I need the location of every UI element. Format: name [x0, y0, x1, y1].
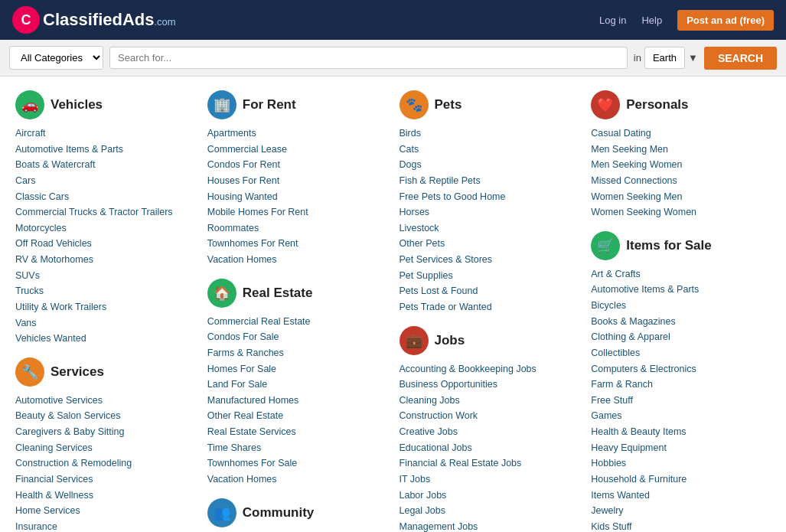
link-insurance[interactable]: Insurance [15, 519, 195, 532]
link-aircraft[interactable]: Aircraft [15, 126, 195, 142]
link-livestock[interactable]: Livestock [400, 220, 579, 237]
link-condos-rent[interactable]: Condos For Rent [207, 157, 387, 173]
link-vehicles-wanted[interactable]: Vehicles Wanted [15, 331, 195, 347]
link-boats[interactable]: Boats & Watercraft [15, 157, 195, 173]
link-cleaning-jobs[interactable]: Cleaning Jobs [400, 393, 579, 409]
link-fish-reptile[interactable]: Fish & Reptile Pets [400, 173, 579, 189]
link-commercial-lease[interactable]: Commercial Lease [207, 142, 387, 158]
link-construction[interactable]: Construction & Remodeling [15, 455, 195, 472]
link-pet-supplies[interactable]: Pet Supplies [400, 268, 579, 284]
post-ad-button[interactable]: Post an ad (free) [677, 10, 774, 31]
link-vacation-homes-rent[interactable]: Vacation Homes [207, 252, 387, 268]
list-item: Pets Trade or Wanted [400, 299, 579, 315]
link-land-sale[interactable]: Land For Sale [207, 377, 387, 393]
link-cleaning[interactable]: Cleaning Services [15, 440, 195, 456]
link-time-shares[interactable]: Time Shares [207, 440, 387, 456]
link-auto-items-sale[interactable]: Automotive Items & Parts [591, 282, 771, 298]
link-beauty-salon[interactable]: Beauty & Salon Services [15, 408, 195, 424]
link-bicycles[interactable]: Bicycles [591, 298, 771, 314]
link-townhomes-sale[interactable]: Townhomes For Sale [207, 455, 387, 472]
link-hobbies[interactable]: Hobbies [591, 455, 771, 472]
link-utility-trailers[interactable]: Utility & Work Trailers [15, 299, 195, 315]
link-other-re[interactable]: Other Real Estate [207, 408, 387, 424]
link-commercial-re[interactable]: Commercial Real Estate [207, 314, 387, 330]
link-books-magazines[interactable]: Books & Magazines [591, 314, 771, 330]
link-clothing[interactable]: Clothing & Apparel [591, 329, 771, 345]
link-rv[interactable]: RV & Motorhomes [15, 252, 195, 268]
link-women-seeking-women[interactable]: Women Seeking Women [591, 204, 771, 220]
link-cars[interactable]: Cars [15, 173, 195, 189]
link-farm-ranch[interactable]: Farm & Ranch [591, 377, 771, 393]
link-other-pets[interactable]: Other Pets [400, 236, 579, 252]
link-business-opps[interactable]: Business Opportunities [400, 377, 579, 393]
link-pets-lost[interactable]: Pets Lost & Found [400, 283, 579, 299]
link-dogs[interactable]: Dogs [400, 157, 579, 173]
link-pet-services[interactable]: Pet Services & Stores [400, 252, 579, 268]
link-townhomes-rent[interactable]: Townhomes For Rent [207, 236, 387, 252]
link-homes-sale[interactable]: Homes For Sale [207, 361, 387, 377]
link-missed-connections[interactable]: Missed Connections [591, 173, 771, 189]
link-condos-sale[interactable]: Condos For Sale [207, 329, 387, 345]
link-health-wellness[interactable]: Health & Wellness [15, 488, 195, 504]
link-manufactured-homes[interactable]: Manufactured Homes [207, 393, 387, 409]
link-houses-rent[interactable]: Houses For Rent [207, 173, 387, 189]
link-casual-dating[interactable]: Casual Dating [591, 126, 771, 142]
link-auto-parts[interactable]: Automotive Items & Parts [15, 142, 195, 158]
link-management-jobs[interactable]: Management Jobs [400, 519, 579, 532]
link-construction-work[interactable]: Construction Work [400, 408, 579, 424]
link-men-seeking-men[interactable]: Men Seeking Men [591, 142, 771, 158]
link-art-crafts[interactable]: Art & Crafts [591, 266, 771, 282]
link-classic-cars[interactable]: Classic Cars [15, 189, 195, 205]
link-items-wanted[interactable]: Items Wanted [591, 488, 771, 504]
link-jewelry[interactable]: Jewelry [591, 503, 771, 519]
link-heavy-equipment[interactable]: Heavy Equipment [591, 440, 771, 456]
search-input[interactable] [109, 47, 628, 69]
link-birds[interactable]: Birds [400, 126, 579, 142]
link-collectibles[interactable]: Collectibles [591, 345, 771, 361]
link-labor-jobs[interactable]: Labor Jobs [400, 488, 579, 504]
link-mobile-homes-rent[interactable]: Mobile Homes For Rent [207, 204, 387, 220]
link-it-jobs[interactable]: IT Jobs [400, 472, 579, 488]
link-health-beauty[interactable]: Health & Beauty Items [591, 424, 771, 440]
link-auto-services[interactable]: Automotive Services [15, 393, 195, 409]
search-button[interactable]: SEARCH [704, 47, 777, 70]
col-2: 🏢 For Rent Apartments Commercial Lease C… [201, 84, 393, 532]
link-pets-trade[interactable]: Pets Trade or Wanted [400, 299, 579, 315]
login-link[interactable]: Log in [599, 15, 626, 26]
category-select[interactable]: All Categories [9, 46, 103, 70]
list-item: Computers & Electronics [591, 361, 771, 377]
link-roommates[interactable]: Roommates [207, 220, 387, 237]
link-commercial-trucks[interactable]: Commercial Trucks & Tractor Trailers [15, 204, 195, 220]
link-men-seeking-women[interactable]: Men Seeking Women [591, 157, 771, 173]
link-free-stuff-sale[interactable]: Free Stuff [591, 393, 771, 409]
link-household-furniture[interactable]: Household & Furniture [591, 472, 771, 488]
link-horses[interactable]: Horses [400, 204, 579, 220]
link-re-services[interactable]: Real Estate Services [207, 424, 387, 440]
link-motorcycles[interactable]: Motorcycles [15, 220, 195, 237]
link-farms-ranches[interactable]: Farms & Ranches [207, 345, 387, 361]
link-housing-wanted[interactable]: Housing Wanted [207, 189, 387, 205]
link-free-pets[interactable]: Free Pets to Good Home [400, 189, 579, 205]
link-accounting-jobs[interactable]: Accounting & Bookkeeping Jobs [400, 361, 579, 377]
link-vacation-homes-sale[interactable]: Vacation Homes [207, 472, 387, 488]
link-vans[interactable]: Vans [15, 315, 195, 331]
link-women-seeking-men[interactable]: Women Seeking Men [591, 189, 771, 205]
link-games[interactable]: Games [591, 408, 771, 424]
link-home-services[interactable]: Home Services [15, 503, 195, 519]
link-computers-electronics[interactable]: Computers & Electronics [591, 361, 771, 377]
link-financial-svc[interactable]: Financial Services [15, 472, 195, 488]
link-apartments[interactable]: Apartments [207, 126, 387, 142]
link-legal-jobs[interactable]: Legal Jobs [400, 503, 579, 519]
link-caregivers[interactable]: Caregivers & Baby Sitting [15, 424, 195, 440]
link-educational-jobs[interactable]: Educational Jobs [400, 440, 579, 456]
help-link[interactable]: Help [641, 15, 662, 26]
link-cats[interactable]: Cats [400, 142, 579, 158]
list-item: Beauty & Salon Services [15, 408, 195, 424]
link-kids-stuff[interactable]: Kids Stuff [591, 519, 771, 532]
link-financial-re-jobs[interactable]: Financial & Real Estate Jobs [400, 455, 579, 472]
link-suvs[interactable]: SUVs [15, 268, 195, 284]
location-button[interactable]: Earth [644, 47, 685, 69]
link-trucks[interactable]: Trucks [15, 283, 195, 299]
link-creative-jobs[interactable]: Creative Jobs [400, 424, 579, 440]
link-offroad[interactable]: Off Road Vehicles [15, 236, 195, 252]
